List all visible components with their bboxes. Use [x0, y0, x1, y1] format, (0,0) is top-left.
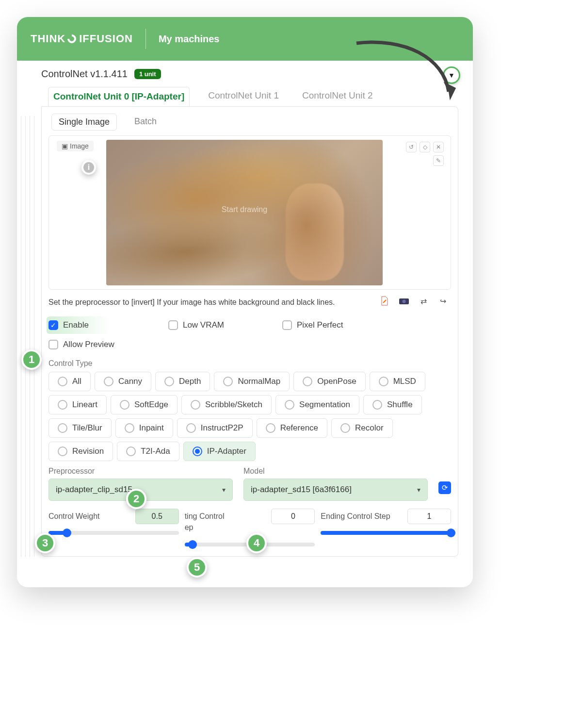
checkbox-on-icon: ✓	[48, 320, 58, 330]
allowpreview-label: Allow Preview	[63, 340, 114, 349]
unit-badge: 1 unit	[134, 69, 161, 79]
radio-mlsd[interactable]: MLSD	[370, 372, 425, 391]
radio-lineart[interactable]: Lineart	[48, 395, 107, 414]
radio-instructp2p[interactable]: InstructP2P	[177, 418, 253, 438]
radio-ipadapter[interactable]: IP-Adapter	[183, 442, 256, 461]
end-track[interactable]	[321, 531, 451, 535]
allowpreview-checkbox[interactable]: Allow Preview	[48, 340, 114, 349]
logo: THINK IFFUSION	[31, 33, 133, 45]
radio-openpose[interactable]: OpenPose	[293, 372, 365, 391]
enable-label: Enable	[63, 320, 89, 330]
radio-label: T2I-Ada	[141, 447, 170, 456]
radio-label: MLSD	[393, 377, 416, 386]
model-select[interactable]: ip-adapter_sd15 [6a3f6166]	[243, 479, 428, 501]
unit-panel: Single Image Batch ▣ Image Start drawing…	[41, 106, 458, 557]
logo-text-left: THINK	[31, 33, 65, 45]
camera-icon[interactable]	[399, 296, 409, 306]
ending-step-slider: Ending Control Step 1	[321, 509, 451, 535]
callout-info: i	[81, 160, 96, 175]
erase-icon[interactable]: ◇	[420, 142, 430, 152]
send-icon[interactable]: ↪	[437, 296, 448, 306]
callout-5: 5	[187, 557, 207, 578]
radio-shuffle[interactable]: Shuffle	[363, 395, 422, 414]
subtab-batch[interactable]: Batch	[128, 114, 163, 131]
subtab-single[interactable]: Single Image	[51, 114, 117, 131]
radio-inpaint[interactable]: Inpaint	[115, 418, 173, 438]
panel-body: ControlNet v1.1.411 1 unit ▼ ControlNet …	[17, 61, 473, 557]
radio-label: Canny	[118, 377, 142, 386]
nav-my-machines[interactable]: My machines	[159, 33, 220, 45]
start-value[interactable]: 0	[271, 509, 315, 524]
radio-label: Revision	[72, 447, 104, 456]
title-row: ControlNet v1.1.411 1 unit ▼	[41, 68, 473, 80]
callout-4: 4	[246, 533, 267, 553]
start-drawing-text: Start drawing	[222, 205, 267, 214]
radio-depth[interactable]: Depth	[155, 372, 210, 391]
checkbox-row: ✓ Enable Low VRAM Pixel Perfect	[47, 308, 453, 334]
pen-icon[interactable]: ✎	[433, 155, 444, 166]
tab-unit-1[interactable]: ControlNet Unit 1	[203, 86, 284, 106]
logo-text-right: IFFUSION	[79, 33, 133, 45]
weight-track[interactable]	[48, 531, 179, 535]
radio-label: OpenPose	[317, 377, 356, 386]
undo-icon[interactable]: ↺	[406, 142, 417, 152]
checkbox-off-icon	[48, 340, 58, 349]
radio-reference[interactable]: Reference	[257, 418, 327, 438]
radio-label: Shuffle	[387, 400, 413, 410]
unit-tabs: ControlNet Unit 0 [IP-Adapter] ControlNe…	[41, 86, 473, 106]
radio-recolor[interactable]: Recolor	[331, 418, 393, 438]
tab-unit-2[interactable]: ControlNet Unit 2	[297, 86, 378, 106]
checkbox-off-icon	[168, 320, 178, 330]
end-value[interactable]: 1	[407, 509, 451, 524]
radio-label: Recolor	[355, 423, 384, 433]
preprocessor-hint: Set the preprocessor to [invert] If your…	[47, 295, 337, 308]
preprocessor-label: Preprocessor	[48, 467, 233, 476]
preprocessor-model-row: Preprocessor ip-adapter_clip_sd15 Model …	[47, 461, 453, 501]
pixelperfect-checkbox[interactable]: Pixel Perfect	[282, 320, 343, 330]
model-col: Model ip-adapter_sd15 [6a3f6166]	[243, 467, 428, 501]
checkbox-off-icon	[282, 320, 292, 330]
panel-title: ControlNet v1.1.411	[41, 68, 128, 80]
image-icon: ▣	[62, 142, 68, 150]
radio-label: SoftEdge	[134, 400, 168, 410]
radio-canny[interactable]: Canny	[95, 372, 151, 391]
radio-label: Tile/Blur	[72, 423, 102, 433]
nesting-bars	[21, 116, 38, 557]
swap-icon[interactable]: ⇄	[418, 296, 429, 306]
radio-label: IP-Adapter	[207, 447, 246, 456]
weight-value[interactable]: 0.5	[135, 509, 179, 524]
refresh-icon[interactable]: ⟳	[438, 481, 451, 494]
header-divider	[146, 29, 146, 49]
radio-scribble[interactable]: Scribble/Sketch	[181, 395, 272, 414]
radio-label: Segmentation	[299, 400, 350, 410]
lowvram-label: Low VRAM	[183, 320, 224, 330]
enable-checkbox[interactable]: ✓ Enable	[47, 316, 110, 334]
radio-revision[interactable]: Revision	[48, 442, 113, 461]
radio-seg[interactable]: Segmentation	[275, 395, 359, 414]
radio-label: Lineart	[72, 400, 97, 410]
doc-icon[interactable]	[379, 296, 390, 306]
input-image[interactable]: Start drawing	[106, 140, 383, 285]
lowvram-checkbox[interactable]: Low VRAM	[168, 320, 224, 330]
radio-t2i[interactable]: T2I-Ada	[117, 442, 179, 461]
start-label-a: ting Control	[185, 512, 225, 521]
pixelperfect-label: Pixel Perfect	[297, 320, 343, 330]
radio-tile[interactable]: Tile/Blur	[48, 418, 112, 438]
radio-normalmap[interactable]: NormalMap	[214, 372, 290, 391]
radio-softedge[interactable]: SoftEdge	[111, 395, 178, 414]
end-label: Ending Control Step	[321, 512, 390, 521]
app-card: THINK IFFUSION My machines ControlNet v1…	[17, 17, 473, 587]
close-icon[interactable]: ✕	[433, 142, 444, 152]
svg-point-1	[403, 300, 406, 303]
expand-toggle[interactable]: ▼	[443, 66, 460, 84]
radio-label: Depth	[179, 377, 201, 386]
weight-label: Control Weight	[48, 512, 100, 521]
image-label-text: Image	[70, 142, 89, 150]
hint-icons: ⇄ ↪	[379, 296, 453, 308]
tab-unit-0[interactable]: ControlNet Unit 0 [IP-Adapter]	[48, 87, 190, 106]
image-label: ▣ Image	[57, 141, 94, 151]
app-header: THINK IFFUSION My machines	[17, 17, 473, 61]
radio-all[interactable]: All	[48, 372, 91, 391]
start-label-b: ep	[185, 523, 315, 532]
model-label: Model	[243, 467, 428, 476]
